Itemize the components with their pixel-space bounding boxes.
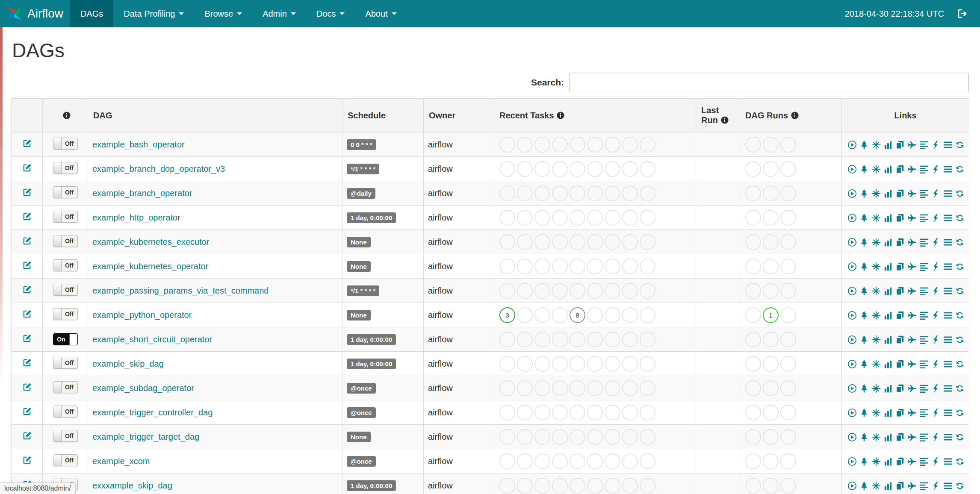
task-status-circle[interactable] [552,405,568,420]
bolt-link[interactable] [931,238,941,247]
task-status-circle[interactable] [605,234,620,250]
task-status-circle[interactable] [570,185,585,201]
header-dag-runs[interactable]: DAG Runs [740,99,842,132]
task-status-circle[interactable] [640,185,655,201]
asterisk-link[interactable] [871,359,881,369]
list-link[interactable] [943,359,953,369]
dag-link[interactable]: example_short_circuit_operator [92,335,212,344]
dag-run-circle[interactable] [763,185,779,201]
dag-detail-link[interactable] [22,138,32,148]
dag-link[interactable]: example_kubernetes_executor [92,237,210,247]
task-status-circle[interactable] [517,380,533,396]
task-status-circle[interactable] [622,332,638,347]
task-status-circle[interactable]: 8 [570,307,585,323]
dag-run-circle[interactable] [763,356,779,372]
play-circle-link[interactable] [847,335,857,344]
tree-link[interactable] [859,457,869,466]
task-status-circle[interactable] [534,405,550,420]
task-status-circle[interactable] [587,137,603,153]
asterisk-link[interactable] [871,213,881,223]
task-status-circle[interactable] [499,380,515,396]
align-left-link[interactable] [919,262,929,271]
dag-run-circle[interactable] [780,234,796,250]
header-dag[interactable]: DAG [88,99,342,132]
task-status-circle[interactable] [552,283,568,299]
align-left-link[interactable] [919,359,929,369]
tree-link[interactable] [859,408,869,418]
dag-detail-link[interactable] [22,212,32,221]
plane-link[interactable] [907,432,917,442]
tree-link[interactable] [859,189,869,198]
dag-run-circle[interactable] [745,161,761,177]
task-status-circle[interactable] [622,185,638,201]
dag-link[interactable]: example_subdag_operator [92,383,194,393]
task-status-circle[interactable] [534,137,550,153]
bar-chart-link[interactable] [883,213,893,223]
dag-run-circle[interactable] [763,161,779,177]
asterisk-link[interactable] [871,457,881,466]
plane-link[interactable] [907,262,917,271]
task-status-circle[interactable]: 3 [499,307,515,323]
dag-detail-link[interactable] [22,358,32,368]
task-status-circle[interactable] [622,161,638,177]
task-status-circle[interactable] [605,380,620,396]
dag-run-circle[interactable] [745,332,761,347]
task-status-circle[interactable] [605,478,620,494]
refresh-link[interactable] [955,359,965,369]
search-input[interactable] [569,73,969,92]
pause-toggle[interactable]: Off [53,259,78,271]
task-status-circle[interactable] [605,161,620,177]
task-status-circle[interactable] [640,356,655,372]
task-status-circle[interactable] [534,478,550,494]
dag-link[interactable]: exxxample_skip_dag [92,481,172,490]
dag-run-circle[interactable] [745,283,761,299]
task-status-circle[interactable] [552,210,568,226]
play-circle-link[interactable] [847,432,857,442]
dag-run-circle[interactable] [780,453,796,469]
play-circle-link[interactable] [847,457,857,466]
dag-detail-link[interactable] [22,260,32,270]
align-left-link[interactable] [919,432,929,442]
task-status-circle[interactable] [587,356,603,372]
dag-link[interactable]: example_passing_params_via_test_command [92,286,269,295]
dag-run-circle[interactable] [763,429,779,445]
list-link[interactable] [943,335,953,344]
plane-link[interactable] [907,408,917,418]
asterisk-link[interactable] [871,189,881,198]
task-status-circle[interactable] [587,283,603,299]
pause-toggle[interactable]: Off [53,211,78,223]
task-status-circle[interactable] [552,478,568,494]
refresh-link[interactable] [955,286,965,296]
task-status-circle[interactable] [640,161,655,177]
task-status-circle[interactable] [517,161,533,177]
task-status-circle[interactable] [640,234,655,250]
task-status-circle[interactable] [622,234,638,250]
task-status-circle[interactable] [605,332,620,347]
bar-chart-link[interactable] [883,311,893,320]
copy-link[interactable] [895,408,905,418]
dag-link[interactable]: example_trigger_target_dag [92,432,199,441]
pause-toggle[interactable]: Off [53,284,78,296]
asterisk-link[interactable] [871,286,881,296]
dag-link[interactable]: example_python_operator [92,310,192,320]
task-status-circle[interactable] [622,283,638,299]
nav-item-data-profiling[interactable]: Data Profiling [113,0,194,27]
list-link[interactable] [943,286,953,296]
task-status-circle[interactable] [640,429,655,445]
dag-link[interactable]: example_http_operator [92,213,180,222]
bolt-link[interactable] [931,189,941,198]
copy-link[interactable] [895,213,905,223]
task-status-circle[interactable] [499,161,515,177]
dag-run-circle[interactable] [780,210,796,226]
task-status-circle[interactable] [640,453,655,469]
dag-run-circle[interactable] [763,283,779,299]
dag-link[interactable]: example_trigger_controller_dag [92,408,213,417]
dag-link[interactable]: example_kubernetes_operator [92,262,208,271]
bolt-link[interactable] [931,311,941,320]
task-status-circle[interactable] [605,137,620,153]
tree-link[interactable] [859,140,869,150]
asterisk-link[interactable] [871,408,881,418]
task-status-circle[interactable] [499,429,515,445]
play-circle-link[interactable] [847,262,857,271]
task-status-circle[interactable] [534,332,550,347]
